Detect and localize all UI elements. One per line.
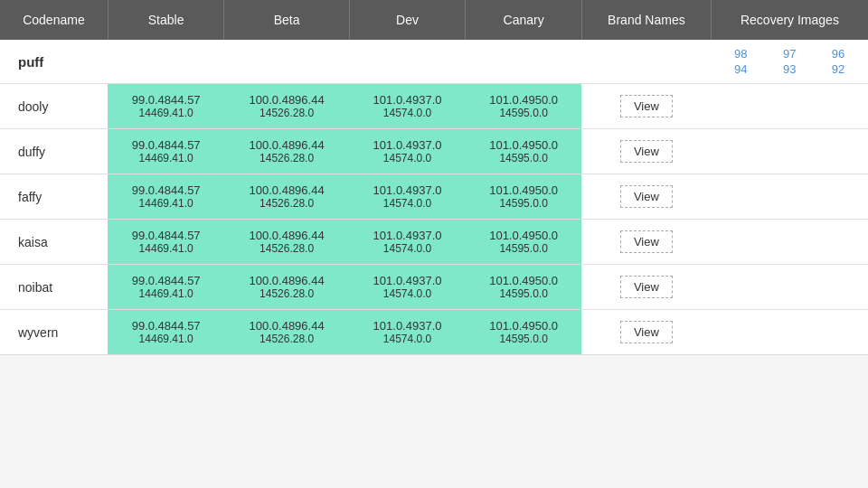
stable-cell: 99.0.4844.5714469.41.0 bbox=[108, 265, 224, 310]
canary-build: 14595.0.0 bbox=[475, 152, 573, 164]
codename-cell: wyvern bbox=[0, 310, 108, 355]
brand-names-cell: View bbox=[581, 84, 711, 129]
dev-cell: 101.0.4937.014574.0.0 bbox=[349, 174, 466, 220]
beta-cell: 100.0.4896.4414526.28.0 bbox=[224, 220, 349, 265]
brand-names-cell: View bbox=[581, 174, 711, 220]
beta-build: 14526.28.0 bbox=[233, 152, 340, 164]
beta-cell: 100.0.4896.4414526.28.0 bbox=[224, 310, 349, 355]
codename-cell: dooly bbox=[0, 84, 108, 129]
recovery-link-97[interactable]: 97 bbox=[769, 47, 810, 61]
table-row: duffy99.0.4844.5714469.41.0100.0.4896.44… bbox=[0, 129, 868, 174]
recovery-cell bbox=[711, 265, 868, 310]
dev-build: 14574.0.0 bbox=[358, 197, 457, 210]
stable-build: 14469.41.0 bbox=[117, 107, 215, 119]
stable-version: 99.0.4844.57 bbox=[117, 93, 215, 107]
dev-build: 14574.0.0 bbox=[358, 287, 457, 300]
view-button[interactable]: View bbox=[620, 276, 673, 298]
recovery-cell bbox=[711, 310, 868, 355]
dev-version: 101.0.4937.0 bbox=[358, 274, 457, 287]
beta-version: 100.0.4896.44 bbox=[233, 274, 340, 287]
recovery-link-93[interactable]: 93 bbox=[769, 62, 810, 76]
col-stable: Stable bbox=[108, 0, 224, 40]
stable-version: 99.0.4844.57 bbox=[117, 274, 215, 287]
stable-version: 99.0.4844.57 bbox=[117, 138, 215, 152]
table-row: noibat99.0.4844.5714469.41.0100.0.4896.4… bbox=[0, 265, 868, 310]
canary-build: 14595.0.0 bbox=[475, 333, 573, 345]
header-row: Codename Stable Beta Dev Canary Brand Na… bbox=[0, 0, 868, 40]
canary-cell: 101.0.4950.014595.0.0 bbox=[466, 265, 582, 310]
recovery-link-96[interactable]: 96 bbox=[817, 47, 859, 61]
brand-names-cell: View bbox=[581, 265, 711, 310]
beta-cell: 100.0.4896.4414526.28.0 bbox=[224, 174, 349, 220]
recovery-link-92[interactable]: 92 bbox=[817, 62, 859, 76]
beta-version: 100.0.4896.44 bbox=[233, 93, 340, 107]
view-button[interactable]: View bbox=[620, 185, 673, 208]
table-row: faffy99.0.4844.5714469.41.0100.0.4896.44… bbox=[0, 174, 868, 220]
puff-group-name: puff bbox=[0, 40, 711, 84]
dev-version: 101.0.4937.0 bbox=[358, 229, 457, 242]
beta-version: 100.0.4896.44 bbox=[233, 138, 340, 152]
table-row: wyvern99.0.4844.5714469.41.0100.0.4896.4… bbox=[0, 310, 868, 355]
codename-cell: kaisa bbox=[0, 220, 108, 265]
dev-build: 14574.0.0 bbox=[358, 152, 457, 164]
view-button[interactable]: View bbox=[620, 230, 673, 253]
dev-cell: 101.0.4937.014574.0.0 bbox=[349, 265, 466, 310]
stable-version: 99.0.4844.57 bbox=[117, 319, 215, 333]
beta-cell: 100.0.4896.4414526.28.0 bbox=[224, 265, 349, 310]
recovery-link-94[interactable]: 94 bbox=[720, 62, 761, 76]
stable-build: 14469.41.0 bbox=[117, 333, 215, 345]
dev-cell: 101.0.4937.014574.0.0 bbox=[349, 129, 466, 174]
dev-build: 14574.0.0 bbox=[358, 242, 457, 255]
dev-cell: 101.0.4937.014574.0.0 bbox=[349, 310, 466, 355]
beta-build: 14526.28.0 bbox=[233, 197, 340, 210]
stable-build: 14469.41.0 bbox=[117, 197, 215, 210]
recovery-link-98[interactable]: 98 bbox=[720, 47, 761, 61]
brand-names-cell: View bbox=[581, 220, 711, 265]
canary-cell: 101.0.4950.014595.0.0 bbox=[466, 84, 582, 129]
canary-cell: 101.0.4950.014595.0.0 bbox=[466, 310, 582, 355]
view-button[interactable]: View bbox=[620, 95, 673, 117]
data-table: Codename Stable Beta Dev Canary Brand Na… bbox=[0, 0, 868, 355]
col-canary: Canary bbox=[466, 0, 582, 40]
recovery-cell bbox=[711, 129, 868, 174]
stable-version: 99.0.4844.57 bbox=[117, 229, 215, 242]
beta-cell: 100.0.4896.4414526.28.0 bbox=[224, 84, 349, 129]
beta-version: 100.0.4896.44 bbox=[233, 319, 340, 333]
dev-build: 14574.0.0 bbox=[358, 333, 457, 345]
codename-cell: duffy bbox=[0, 129, 108, 174]
stable-cell: 99.0.4844.5714469.41.0 bbox=[108, 84, 224, 129]
canary-cell: 101.0.4950.014595.0.0 bbox=[466, 220, 582, 265]
brand-names-cell: View bbox=[581, 129, 711, 174]
puff-group-row: puff 98 97 96 94 93 92 bbox=[0, 40, 868, 84]
beta-build: 14526.28.0 bbox=[233, 333, 340, 345]
view-button[interactable]: View bbox=[620, 140, 673, 163]
canary-cell: 101.0.4950.014595.0.0 bbox=[466, 174, 582, 220]
stable-build: 14469.41.0 bbox=[117, 242, 215, 255]
stable-cell: 99.0.4844.5714469.41.0 bbox=[108, 129, 224, 174]
dev-version: 101.0.4937.0 bbox=[358, 183, 457, 197]
col-brand-names: Brand Names bbox=[581, 0, 711, 40]
view-button[interactable]: View bbox=[620, 321, 673, 343]
beta-version: 100.0.4896.44 bbox=[233, 183, 340, 197]
stable-version: 99.0.4844.57 bbox=[117, 183, 215, 197]
puff-recovery-links: 98 97 96 94 93 92 bbox=[711, 40, 868, 84]
canary-build: 14595.0.0 bbox=[475, 107, 573, 119]
canary-build: 14595.0.0 bbox=[475, 287, 573, 300]
stable-cell: 99.0.4844.5714469.41.0 bbox=[108, 220, 224, 265]
stable-cell: 99.0.4844.5714469.41.0 bbox=[108, 174, 224, 220]
col-dev: Dev bbox=[349, 0, 466, 40]
canary-build: 14595.0.0 bbox=[475, 242, 573, 255]
dev-cell: 101.0.4937.014574.0.0 bbox=[349, 84, 466, 129]
codename-cell: noibat bbox=[0, 265, 108, 310]
table-row: kaisa99.0.4844.5714469.41.0100.0.4896.44… bbox=[0, 220, 868, 265]
canary-build: 14595.0.0 bbox=[475, 197, 573, 210]
recovery-cell bbox=[711, 220, 868, 265]
canary-version: 101.0.4950.0 bbox=[475, 93, 573, 107]
beta-build: 14526.28.0 bbox=[233, 242, 340, 255]
col-codename: Codename bbox=[0, 0, 108, 40]
canary-version: 101.0.4950.0 bbox=[475, 138, 573, 152]
canary-version: 101.0.4950.0 bbox=[475, 319, 573, 333]
canary-version: 101.0.4950.0 bbox=[475, 274, 573, 287]
beta-version: 100.0.4896.44 bbox=[233, 229, 340, 242]
recovery-links-grid: 98 97 96 94 93 92 bbox=[720, 47, 859, 76]
